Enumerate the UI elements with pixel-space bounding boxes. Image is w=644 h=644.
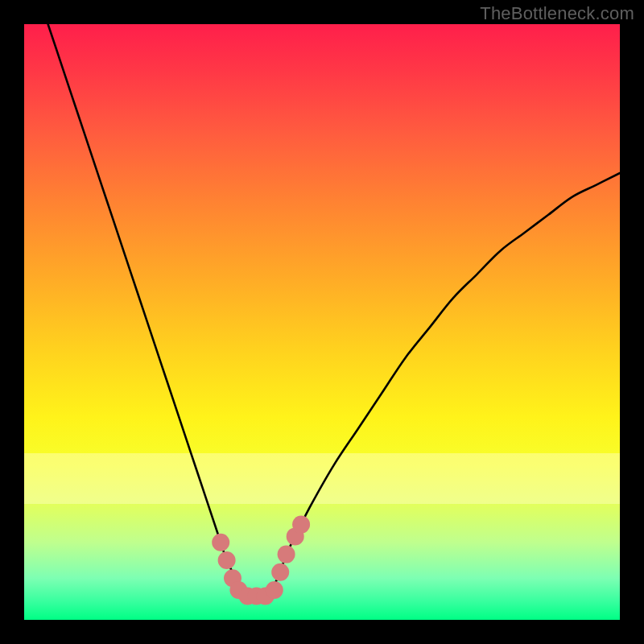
curve-marker <box>218 551 236 569</box>
attribution-label: TheBottleneck.com <box>480 3 634 24</box>
chart-frame: TheBottleneck.com <box>0 0 644 644</box>
curve-marker <box>292 516 310 534</box>
bottleneck-curve <box>48 24 620 597</box>
plot-area <box>24 24 620 620</box>
curve-marker <box>278 546 295 564</box>
curve-marker <box>271 564 289 581</box>
curve-marker <box>212 534 229 551</box>
curve-layer <box>24 24 620 620</box>
curve-markers <box>212 516 310 605</box>
curve-marker <box>266 581 283 599</box>
